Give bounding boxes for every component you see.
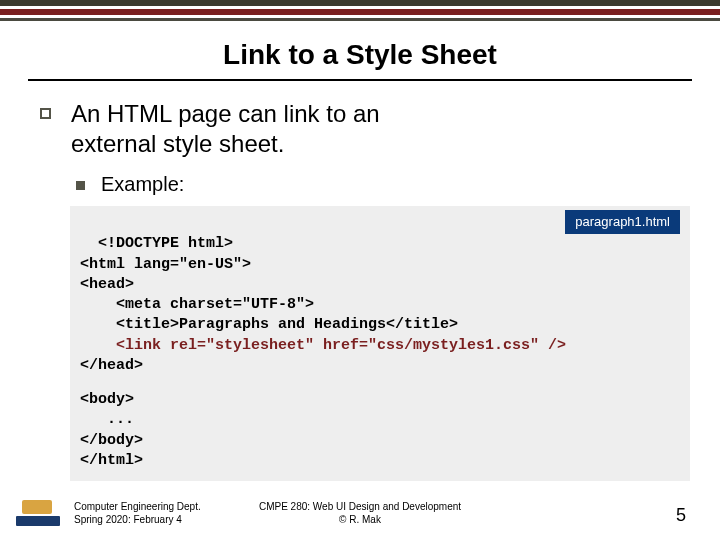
code-line: <title>Paragraphs and Headings</title> [80, 316, 458, 333]
code-line: <body> [80, 391, 134, 408]
code-link-line: <link rel="stylesheet" href="css/mystyle… [116, 337, 566, 354]
code-block: paragraph1.html<!DOCTYPE html> <html lan… [70, 206, 690, 481]
code-line: </head> [80, 357, 143, 374]
slide-title: Link to a Style Sheet [0, 39, 720, 71]
code-line: </html> [80, 452, 143, 469]
footer-left: Computer Engineering Dept. Spring 2020: … [74, 501, 201, 526]
code-line: <head> [80, 276, 134, 293]
title-underline [28, 79, 692, 81]
footer-center: CMPE 280: Web UI Design and Development … [259, 501, 461, 526]
code-line: ... [80, 411, 134, 428]
page-number: 5 [676, 505, 686, 526]
bullet-level1: An HTML page can link to an external sty… [40, 99, 680, 159]
footer: Computer Engineering Dept. Spring 2020: … [0, 500, 720, 526]
code-line [80, 337, 116, 354]
bullet2-text: Example: [101, 173, 184, 196]
bullet-level2: Example: [40, 173, 680, 196]
file-badge: paragraph1.html [565, 210, 680, 234]
code-line: </body> [80, 432, 143, 449]
square-fill-icon [76, 181, 85, 190]
code-line: <!DOCTYPE html> [98, 235, 233, 252]
sjsu-logo [16, 500, 60, 526]
bullet1-text: An HTML page can link to an external sty… [71, 99, 380, 159]
square-open-icon [40, 108, 51, 119]
code-line: <meta charset="UTF-8"> [80, 296, 314, 313]
code-line: <html lang="en-US"> [80, 256, 251, 273]
header-stripes [0, 0, 720, 21]
